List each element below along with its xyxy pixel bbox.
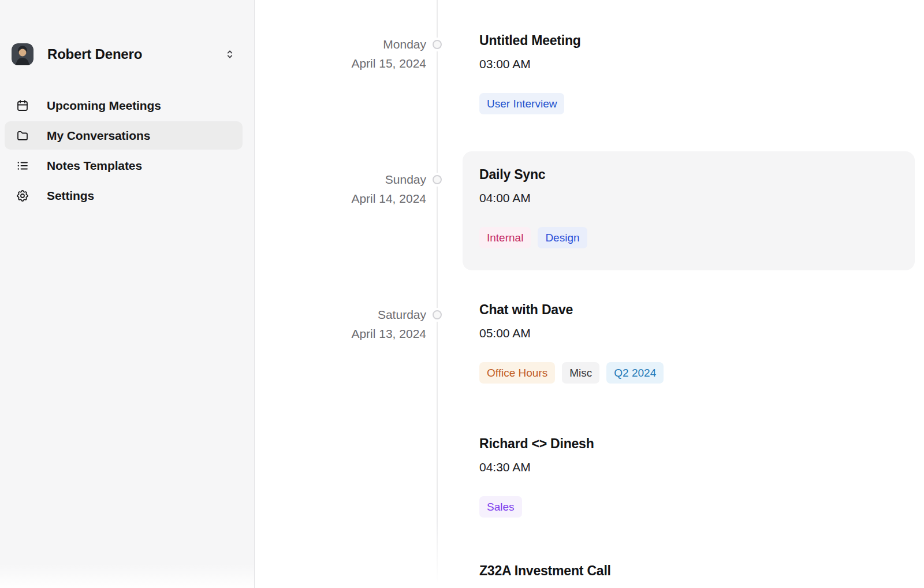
tag-sales[interactable]: Sales (479, 496, 522, 518)
sidebar-item-label: Notes Templates (47, 159, 142, 173)
meeting-time: 04:30 AM (479, 460, 915, 475)
date-group: Monday April 15, 2024 (255, 35, 426, 73)
meeting-tags: InternalDesign (479, 227, 915, 248)
tag-internal[interactable]: Internal (479, 227, 531, 248)
avatar (12, 43, 33, 65)
profile-name: Robert Denero (47, 46, 142, 62)
sidebar-item-upcoming-meetings[interactable]: Upcoming Meetings (5, 91, 243, 120)
sidebar-item-my-conversations[interactable]: My Conversations (5, 121, 243, 150)
sidebar-item-notes-templates[interactable]: Notes Templates (5, 151, 243, 180)
list-icon (16, 159, 29, 173)
meeting-title: Richard <> Dinesh (479, 435, 915, 452)
meeting-entry[interactable]: Daily Sync 04:00 AM InternalDesign (479, 166, 915, 248)
timeline-dot (433, 175, 442, 184)
sidebar-item-label: Upcoming Meetings (47, 99, 161, 113)
meeting-entry[interactable]: Chat with Dave 05:00 AM Office HoursMisc… (479, 301, 915, 384)
sidebar: Robert Denero Upcoming Meetings My Conve… (0, 0, 255, 588)
profile-switcher[interactable]: Robert Denero (12, 43, 246, 66)
meeting-entry[interactable]: Z32A Investment Call (479, 562, 915, 579)
calendar-icon (16, 99, 29, 113)
timeline-dot (433, 310, 442, 319)
folder-icon (16, 129, 29, 143)
meeting-tags: User Interview (479, 93, 915, 114)
meeting-entry[interactable]: Untitled Meeting 03:00 AM User Interview (479, 32, 915, 114)
date-group: Saturday April 13, 2024 (255, 305, 426, 343)
meeting-time: 03:00 AM (479, 57, 915, 72)
weekday-label: Monday (255, 35, 426, 54)
meeting-tags: Office HoursMiscQ2 2024 (479, 362, 915, 384)
meeting-title: Daily Sync (479, 166, 915, 183)
meeting-entry[interactable]: Richard <> Dinesh 04:30 AM Sales (479, 435, 915, 518)
weekday-label: Saturday (255, 305, 426, 324)
meeting-time: 04:00 AM (479, 191, 915, 206)
sidebar-nav: Upcoming Meetings My Conversations Notes… (5, 91, 243, 211)
weekday-label: Sunday (255, 170, 426, 189)
sidebar-item-label: Settings (47, 189, 94, 203)
timeline-line (437, 0, 438, 585)
meeting-title: Z32A Investment Call (479, 562, 915, 579)
chevron-up-down-icon[interactable] (218, 43, 241, 66)
tag-misc[interactable]: Misc (562, 362, 599, 384)
tag-user-interview[interactable]: User Interview (479, 93, 564, 114)
tag-office-hours[interactable]: Office Hours (479, 362, 555, 384)
sidebar-item-label: My Conversations (47, 129, 150, 143)
meeting-title: Chat with Dave (479, 301, 915, 318)
date-label: April 14, 2024 (255, 189, 426, 208)
tag-design[interactable]: Design (538, 227, 587, 248)
meeting-tags: Sales (479, 496, 915, 518)
date-group: Sunday April 14, 2024 (255, 170, 426, 208)
meeting-time: 05:00 AM (479, 326, 915, 341)
sidebar-item-settings[interactable]: Settings (5, 181, 243, 210)
gear-icon (16, 189, 29, 203)
tag-q2-2024[interactable]: Q2 2024 (606, 362, 664, 384)
timeline-dot (433, 40, 442, 49)
conversations-timeline: Monday April 15, 2024 Sunday April 14, 2… (255, 0, 924, 588)
date-label: April 15, 2024 (255, 54, 426, 73)
meeting-title: Untitled Meeting (479, 32, 915, 49)
date-label: April 13, 2024 (255, 324, 426, 343)
